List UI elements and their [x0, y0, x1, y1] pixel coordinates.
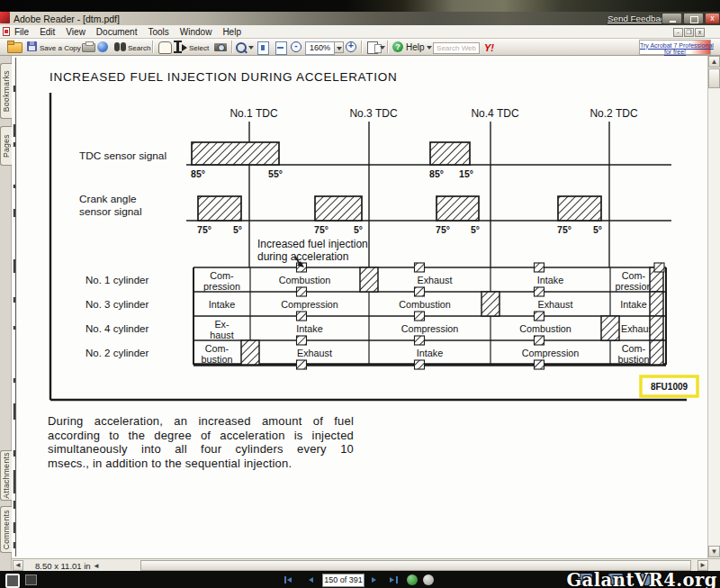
- acrobat-promo-button[interactable]: Try Acrobat 7 Professional for free!: [639, 40, 711, 55]
- svg-text:55°: 55°: [268, 168, 283, 179]
- close-button[interactable]: x: [705, 13, 720, 24]
- svg-text:5°: 5°: [233, 224, 242, 235]
- toolbar-separator: [152, 41, 154, 53]
- toolbar-separator: [361, 41, 363, 53]
- svg-text:Intake: Intake: [417, 348, 443, 358]
- fullscreen-mode-icon[interactable]: [25, 574, 37, 585]
- help-button[interactable]: Help: [406, 42, 425, 52]
- svg-text:Com-: Com-: [205, 343, 230, 354]
- zoom-level-box[interactable]: 160%: [305, 41, 335, 55]
- previous-page-button[interactable]: [309, 577, 313, 583]
- save-icon[interactable]: [27, 41, 37, 51]
- select-tool-arrow-icon: [182, 44, 187, 51]
- menu-view[interactable]: View: [60, 27, 91, 37]
- hand-tool-icon[interactable]: [158, 41, 172, 54]
- first-page-button[interactable]: [287, 577, 292, 583]
- svg-text:No.4 TDC: No.4 TDC: [471, 107, 518, 120]
- window-title: Adobe Reader - [dtm.pdf]: [14, 14, 120, 24]
- menu-help[interactable]: Help: [217, 27, 247, 37]
- scroll-left-button[interactable]: ◄: [13, 560, 23, 571]
- svg-text:No. 3 cylinder: No. 3 cylinder: [86, 299, 148, 310]
- open-icon[interactable]: [7, 42, 22, 53]
- next-view-button[interactable]: [423, 574, 434, 585]
- svg-text:Exhaust: Exhaust: [417, 275, 452, 285]
- search-icon[interactable]: [114, 42, 126, 51]
- menu-document[interactable]: Document: [91, 27, 143, 37]
- pdf-diagram: No.1 TDCNo.3 TDCNo.4 TDCNo.2 TDCTDC sens…: [12, 56, 707, 558]
- svg-text:Combustion: Combustion: [519, 323, 572, 334]
- svg-text:Exhaust: Exhaust: [537, 299, 572, 310]
- hscroll-left-arrow[interactable]: ◄: [93, 562, 100, 570]
- svg-text:75°: 75°: [436, 224, 450, 235]
- desktop-strip: [0, 0, 720, 12]
- document-restore-button[interactable]: ❐: [684, 28, 694, 37]
- svg-text:Intake: Intake: [537, 275, 563, 285]
- tab-bookmarks[interactable]: Bookmarks: [0, 63, 12, 119]
- page-layout-dropdown[interactable]: [380, 46, 385, 50]
- menu-bar: File Edit View Document Tools Window Hel…: [0, 25, 720, 39]
- document-minimize-button[interactable]: -: [673, 28, 683, 37]
- pdf-page: INCREASED FUEL INJECTION DURING ACCELERA…: [12, 56, 707, 558]
- svg-text:Increased fuel injection: Increased fuel injection: [257, 238, 368, 250]
- svg-text:75°: 75°: [557, 224, 572, 235]
- minimize-button[interactable]: [662, 13, 682, 24]
- next-page-button[interactable]: [372, 577, 376, 583]
- first-page-icon[interactable]: [284, 576, 286, 583]
- svg-text:bustion: bustion: [618, 354, 650, 365]
- last-page-button[interactable]: [390, 577, 394, 583]
- svg-text:No.2 TDC: No.2 TDC: [590, 107, 637, 120]
- vertical-scrollbar[interactable]: [707, 56, 720, 558]
- send-feedback-link[interactable]: Send Feedback: [608, 14, 670, 23]
- snapshot-tool-icon[interactable]: [214, 43, 227, 51]
- email-icon[interactable]: [97, 41, 108, 52]
- zoom-in-button[interactable]: +: [346, 41, 356, 52]
- menu-file[interactable]: File: [9, 27, 34, 37]
- select-button[interactable]: Select: [189, 44, 209, 52]
- tab-attachments[interactable]: Attachments: [0, 450, 12, 501]
- svg-text:Compression: Compression: [522, 348, 580, 358]
- menu-tools[interactable]: Tools: [142, 27, 174, 37]
- svg-text:75°: 75°: [197, 224, 212, 235]
- tab-pages[interactable]: Pages: [0, 126, 12, 166]
- help-icon[interactable]: ?: [392, 41, 403, 52]
- vertical-scroll-thumb[interactable]: [708, 68, 720, 88]
- page-size-label: 8.50 x 11.01 in: [35, 561, 91, 571]
- zoom-level-dropdown[interactable]: [334, 41, 344, 53]
- svg-text:Exhaust: Exhaust: [297, 348, 332, 358]
- svg-text:15°: 15°: [459, 168, 473, 179]
- previous-view-button[interactable]: [407, 574, 418, 585]
- yahoo-icon[interactable]: Y!: [484, 42, 494, 53]
- select-tool-icon[interactable]: [176, 41, 179, 52]
- tab-comments[interactable]: Comments: [0, 506, 12, 553]
- save-a-copy-button[interactable]: Save a Copy: [40, 44, 81, 52]
- help-dropdown[interactable]: [427, 46, 432, 50]
- fit-width-icon[interactable]: [275, 41, 287, 55]
- last-page-icon[interactable]: [396, 576, 398, 583]
- scroll-down-button[interactable]: ▼: [708, 546, 720, 557]
- window-mode-icon[interactable]: [5, 574, 20, 588]
- maximize-button[interactable]: [683, 13, 704, 24]
- svg-text:pression: pression: [203, 281, 240, 292]
- toolbar-separator: [231, 41, 233, 53]
- svg-text:85°: 85°: [191, 168, 205, 179]
- svg-text:Com-: Com-: [622, 270, 646, 281]
- scroll-up-button[interactable]: ▲: [708, 56, 720, 68]
- search-button[interactable]: Search: [128, 44, 150, 52]
- svg-text:Compression: Compression: [401, 323, 459, 334]
- toolbar: [0, 39, 720, 56]
- search-web-input[interactable]: Search Web: [433, 42, 480, 54]
- svg-text:No. 4 cylinder: No. 4 cylinder: [86, 323, 148, 334]
- zoom-tool-dropdown[interactable]: [248, 46, 254, 50]
- fit-page-icon[interactable]: [257, 41, 269, 55]
- page-number-box[interactable]: 150 of 391: [322, 574, 364, 587]
- svg-text:Com-: Com-: [622, 343, 646, 354]
- print-icon[interactable]: [82, 43, 95, 52]
- document-close-button[interactable]: x: [695, 28, 705, 37]
- svg-text:bustion: bustion: [202, 354, 233, 365]
- status-scroll-row: ◄ 8.50 x 11.01 in ◄ ►: [12, 558, 720, 571]
- zoom-tool-icon[interactable]: [236, 42, 247, 53]
- zoom-out-button[interactable]: -: [291, 41, 302, 52]
- menu-window[interactable]: Window: [175, 27, 218, 37]
- page-layout-icon[interactable]: [367, 41, 378, 54]
- menu-edit[interactable]: Edit: [34, 27, 60, 37]
